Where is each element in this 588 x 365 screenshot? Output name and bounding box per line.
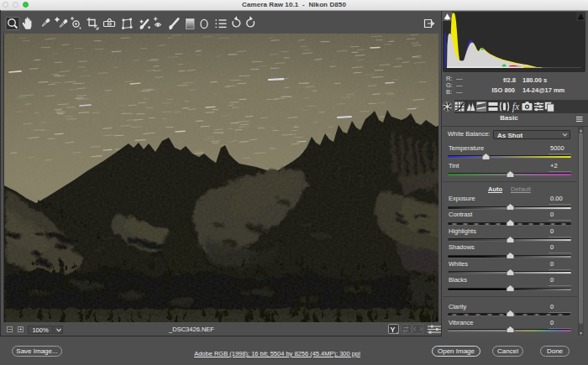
svg-text:fx: fx [512, 101, 520, 112]
svg-text:Y: Y [390, 326, 395, 334]
